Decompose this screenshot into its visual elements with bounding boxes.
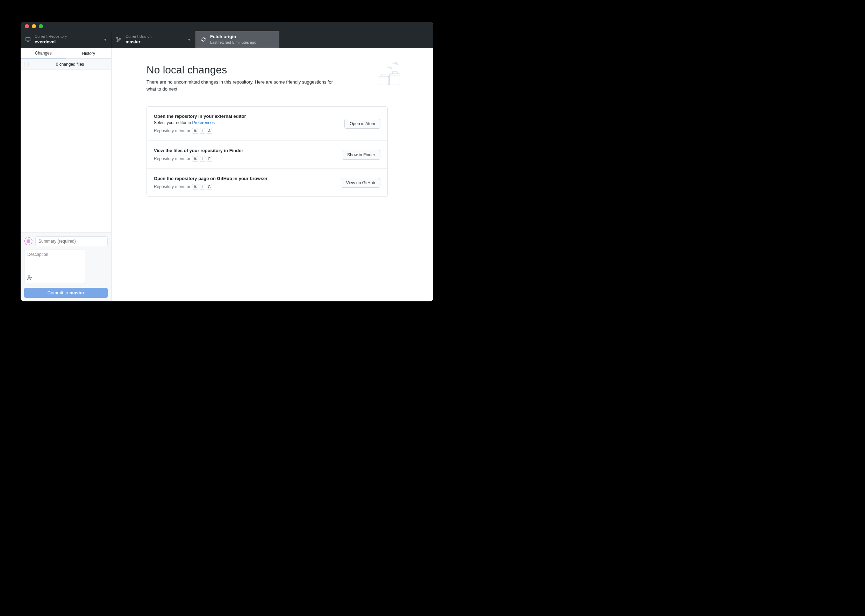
svg-point-1 xyxy=(117,41,118,42)
changes-count: 0 changed files xyxy=(32,62,108,67)
titlebar xyxy=(20,22,433,31)
svg-rect-4 xyxy=(379,76,389,85)
branch-label: Current Branch xyxy=(126,34,152,39)
commit-form: Commit to master xyxy=(20,233,111,301)
suggestion-subtitle: Select your editor in Preferences xyxy=(154,120,246,125)
commit-description-input[interactable] xyxy=(24,250,85,283)
changes-header: 0 changed files xyxy=(20,59,111,70)
sidebar: Changes History 0 changed files xyxy=(20,48,112,301)
add-coauthor-icon[interactable] xyxy=(27,275,33,281)
chevron-down-icon: ▼ xyxy=(104,38,107,42)
toolbar: Current Repository everdevel ▼ Current B… xyxy=(20,31,433,48)
repo-label: Current Repository xyxy=(35,34,67,39)
sync-icon xyxy=(200,37,207,42)
suggestion-title: Open the repository in your external edi… xyxy=(154,114,246,119)
keyboard-key: ⇧ xyxy=(200,184,205,190)
sidebar-tabs: Changes History xyxy=(20,48,111,59)
commit-prefix: Commit to xyxy=(47,290,69,295)
select-all-checkbox[interactable] xyxy=(24,62,29,66)
avatar xyxy=(24,237,33,245)
fetch-subtitle: Last fetched 5 minutes ago xyxy=(210,40,256,45)
keyboard-key: ⇧ xyxy=(200,156,205,162)
window-close-button[interactable] xyxy=(25,24,29,28)
desktop-icon xyxy=(25,37,31,42)
svg-point-2 xyxy=(120,38,121,39)
app-window: Current Repository everdevel ▼ Current B… xyxy=(20,22,433,301)
commit-summary-input[interactable] xyxy=(35,236,108,246)
fetch-origin-button[interactable]: Fetch origin Last fetched 5 minutes ago xyxy=(195,31,279,48)
suggestion-title: View the files of your repository in Fin… xyxy=(154,148,243,153)
empty-state-illustration xyxy=(376,60,404,88)
keyboard-key: ⌘ xyxy=(192,128,198,134)
branch-selector[interactable]: Current Branch master ▼ xyxy=(112,31,195,48)
suggestion-row: Open the repository page on GitHub in yo… xyxy=(147,169,387,196)
suggestion-action-button[interactable]: Show in Finder xyxy=(342,150,381,160)
keyboard-key: F xyxy=(207,156,212,162)
git-branch-icon xyxy=(116,37,122,42)
suggestion-row: Open the repository in your external edi… xyxy=(147,107,387,141)
branch-value: master xyxy=(126,39,152,45)
tab-changes[interactable]: Changes xyxy=(20,48,66,58)
suggestion-row: View the files of your repository in Fin… xyxy=(147,141,387,169)
page-title: No local changes xyxy=(146,64,388,76)
preferences-link[interactable]: Preferences xyxy=(192,120,215,125)
window-minimize-button[interactable] xyxy=(32,24,36,28)
keyboard-key: A xyxy=(207,128,212,134)
svg-point-0 xyxy=(117,38,118,38)
suggestion-hint: Repository menu or⌘⇧F xyxy=(154,156,243,162)
suggestion-hint: Repository menu or⌘⇧A xyxy=(154,128,246,134)
main-panel: No local changes There are no uncommitte… xyxy=(112,48,433,301)
page-subtitle: There are no uncommitted changes in this… xyxy=(146,79,335,92)
keyboard-key: ⇧ xyxy=(200,128,205,134)
suggestions-list: Open the repository in your external edi… xyxy=(146,106,388,197)
suggestion-action-button[interactable]: Open in Atom xyxy=(344,119,381,129)
suggestion-action-button[interactable]: View on GitHub xyxy=(341,178,381,188)
keyboard-key: ⌘ xyxy=(192,184,198,190)
window-maximize-button[interactable] xyxy=(39,24,43,28)
keyboard-key: G xyxy=(207,184,212,190)
changes-list xyxy=(20,70,111,233)
suggestion-title: Open the repository page on GitHub in yo… xyxy=(154,176,267,181)
svg-rect-5 xyxy=(390,74,400,85)
tab-history[interactable]: History xyxy=(66,48,112,58)
chevron-down-icon: ▼ xyxy=(187,38,191,42)
commit-branch: master xyxy=(69,290,85,295)
repo-value: everdevel xyxy=(35,39,67,45)
fetch-label: Fetch origin xyxy=(210,34,256,40)
repository-selector[interactable]: Current Repository everdevel ▼ xyxy=(20,31,112,48)
svg-point-3 xyxy=(28,276,30,278)
commit-button[interactable]: Commit to master xyxy=(24,288,108,298)
suggestion-hint: Repository menu or⌘⇧G xyxy=(154,184,267,190)
keyboard-key: ⌘ xyxy=(192,156,198,162)
